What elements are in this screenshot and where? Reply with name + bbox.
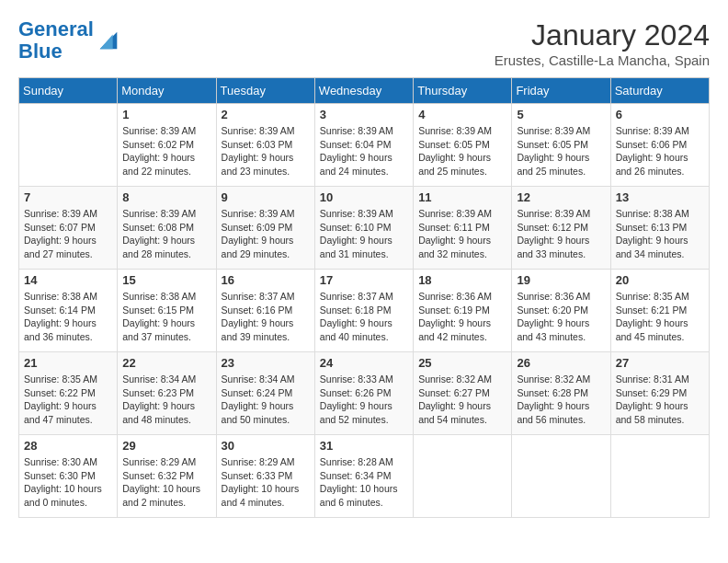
cell-detail: Sunrise: 8:39 AMSunset: 6:06 PMDaylight:… [616,124,704,178]
calendar-cell: 12Sunrise: 8:39 AMSunset: 6:12 PMDayligh… [512,187,610,270]
calendar-cell: 14Sunrise: 8:38 AMSunset: 6:14 PMDayligh… [19,270,118,352]
cell-detail: Sunrise: 8:39 AMSunset: 6:04 PMDaylight:… [320,124,408,178]
day-number: 7 [24,190,112,204]
cell-detail: Sunrise: 8:39 AMSunset: 6:11 PMDaylight:… [418,207,506,261]
cell-detail: Sunrise: 8:34 AMSunset: 6:23 PMDaylight:… [122,373,210,427]
cell-detail: Sunrise: 8:29 AMSunset: 6:33 PMDaylight:… [222,455,310,510]
week-row-4: 21Sunrise: 8:35 AMSunset: 6:22 PMDayligh… [19,352,710,435]
svg-marker-1 [100,35,113,50]
calendar-cell: 1Sunrise: 8:39 AMSunset: 6:02 PMDaylight… [118,104,216,187]
day-number: 1 [122,108,210,121]
cell-detail: Sunrise: 8:28 AMSunset: 6:34 PMDaylight:… [320,455,408,510]
day-number: 13 [616,190,704,204]
day-number: 23 [222,356,310,370]
calendar-cell: 11Sunrise: 8:39 AMSunset: 6:11 PMDayligh… [414,187,512,270]
calendar-cell: 3Sunrise: 8:39 AMSunset: 6:04 PMDaylight… [314,104,413,187]
day-number: 14 [24,273,112,287]
cell-detail: Sunrise: 8:32 AMSunset: 6:28 PMDaylight:… [517,373,605,427]
calendar-cell: 2Sunrise: 8:39 AMSunset: 6:03 PMDaylight… [216,104,314,187]
day-number: 20 [616,273,704,287]
weekday-header-friday: Friday [512,78,610,104]
week-row-5: 28Sunrise: 8:30 AMSunset: 6:30 PMDayligh… [19,435,710,518]
day-number: 16 [222,273,310,287]
logo-text: General Blue [18,18,94,63]
calendar-cell: 27Sunrise: 8:31 AMSunset: 6:29 PMDayligh… [610,352,709,435]
calendar-cell: 17Sunrise: 8:37 AMSunset: 6:18 PMDayligh… [314,270,413,352]
day-number: 24 [320,356,408,370]
day-number: 12 [517,190,605,204]
cell-detail: Sunrise: 8:33 AMSunset: 6:26 PMDaylight:… [320,373,408,427]
weekday-header-monday: Monday [118,78,216,104]
cell-detail: Sunrise: 8:37 AMSunset: 6:16 PMDaylight:… [222,290,310,344]
day-number: 28 [24,439,112,453]
calendar-cell: 16Sunrise: 8:37 AMSunset: 6:16 PMDayligh… [216,270,314,352]
cell-detail: Sunrise: 8:29 AMSunset: 6:32 PMDaylight:… [122,455,210,510]
day-number: 27 [616,356,704,370]
cell-detail: Sunrise: 8:39 AMSunset: 6:07 PMDaylight:… [24,207,112,261]
calendar-cell: 30Sunrise: 8:29 AMSunset: 6:33 PMDayligh… [216,435,314,518]
cell-detail: Sunrise: 8:39 AMSunset: 6:09 PMDaylight:… [222,207,310,261]
calendar-cell: 20Sunrise: 8:35 AMSunset: 6:21 PMDayligh… [610,270,709,352]
cell-detail: Sunrise: 8:35 AMSunset: 6:22 PMDaylight:… [24,373,112,427]
cell-detail: Sunrise: 8:30 AMSunset: 6:30 PMDaylight:… [24,455,112,510]
cell-detail: Sunrise: 8:36 AMSunset: 6:20 PMDaylight:… [517,290,605,344]
calendar-cell: 31Sunrise: 8:28 AMSunset: 6:34 PMDayligh… [314,435,413,518]
logo: General Blue [18,18,121,63]
title-block: January 2024 Erustes, Castille-La Mancha… [495,18,710,68]
calendar-cell [19,104,118,187]
day-number: 21 [24,356,112,370]
day-number: 29 [122,439,210,453]
day-number: 6 [616,108,704,121]
logo-blue: Blue [18,40,63,63]
calendar-table: SundayMondayTuesdayWednesdayThursdayFrid… [18,77,710,518]
day-number: 17 [320,273,408,287]
cell-detail: Sunrise: 8:38 AMSunset: 6:13 PMDaylight:… [616,207,704,261]
calendar-cell: 6Sunrise: 8:39 AMSunset: 6:06 PMDaylight… [610,104,709,187]
calendar-cell: 21Sunrise: 8:35 AMSunset: 6:22 PMDayligh… [19,352,118,435]
cell-detail: Sunrise: 8:34 AMSunset: 6:24 PMDaylight:… [222,373,310,427]
calendar-cell: 18Sunrise: 8:36 AMSunset: 6:19 PMDayligh… [414,270,512,352]
calendar-cell: 13Sunrise: 8:38 AMSunset: 6:13 PMDayligh… [610,187,709,270]
cell-detail: Sunrise: 8:39 AMSunset: 6:08 PMDaylight:… [122,207,210,261]
cell-detail: Sunrise: 8:37 AMSunset: 6:18 PMDaylight:… [320,290,408,344]
day-number: 15 [122,273,210,287]
week-row-3: 14Sunrise: 8:38 AMSunset: 6:14 PMDayligh… [19,270,710,352]
cell-detail: Sunrise: 8:39 AMSunset: 6:02 PMDaylight:… [122,124,210,178]
logo-general: General [18,17,94,40]
day-number: 31 [320,439,408,453]
calendar-cell: 15Sunrise: 8:38 AMSunset: 6:15 PMDayligh… [118,270,216,352]
calendar-cell [414,435,512,518]
day-number: 22 [122,356,210,370]
day-number: 3 [320,108,408,121]
day-number: 4 [418,108,506,121]
day-number: 25 [418,356,506,370]
cell-detail: Sunrise: 8:39 AMSunset: 6:05 PMDaylight:… [517,124,605,178]
page-header: General Blue January 2024 Erustes, Casti… [18,18,710,68]
calendar-cell: 9Sunrise: 8:39 AMSunset: 6:09 PMDaylight… [216,187,314,270]
cell-detail: Sunrise: 8:31 AMSunset: 6:29 PMDaylight:… [616,373,704,427]
calendar-cell: 4Sunrise: 8:39 AMSunset: 6:05 PMDaylight… [414,104,512,187]
calendar-cell: 22Sunrise: 8:34 AMSunset: 6:23 PMDayligh… [118,352,216,435]
weekday-header-sunday: Sunday [19,78,118,104]
cell-detail: Sunrise: 8:35 AMSunset: 6:21 PMDaylight:… [616,290,704,344]
calendar-cell [610,435,709,518]
cell-detail: Sunrise: 8:39 AMSunset: 6:12 PMDaylight:… [517,207,605,261]
calendar-cell: 7Sunrise: 8:39 AMSunset: 6:07 PMDaylight… [19,187,118,270]
calendar-cell [512,435,610,518]
day-number: 11 [418,190,506,204]
day-number: 19 [517,273,605,287]
cell-detail: Sunrise: 8:39 AMSunset: 6:10 PMDaylight:… [320,207,408,261]
cell-detail: Sunrise: 8:38 AMSunset: 6:14 PMDaylight:… [24,290,112,344]
calendar-cell: 23Sunrise: 8:34 AMSunset: 6:24 PMDayligh… [216,352,314,435]
day-number: 9 [222,190,310,204]
cell-detail: Sunrise: 8:36 AMSunset: 6:19 PMDaylight:… [418,290,506,344]
calendar-cell: 5Sunrise: 8:39 AMSunset: 6:05 PMDaylight… [512,104,610,187]
calendar-cell: 25Sunrise: 8:32 AMSunset: 6:27 PMDayligh… [414,352,512,435]
calendar-cell: 29Sunrise: 8:29 AMSunset: 6:32 PMDayligh… [118,435,216,518]
weekday-header-saturday: Saturday [610,78,709,104]
day-number: 26 [517,356,605,370]
weekday-header-tuesday: Tuesday [216,78,314,104]
weekday-header-wednesday: Wednesday [314,78,413,104]
calendar-cell: 26Sunrise: 8:32 AMSunset: 6:28 PMDayligh… [512,352,610,435]
day-number: 10 [320,190,408,204]
